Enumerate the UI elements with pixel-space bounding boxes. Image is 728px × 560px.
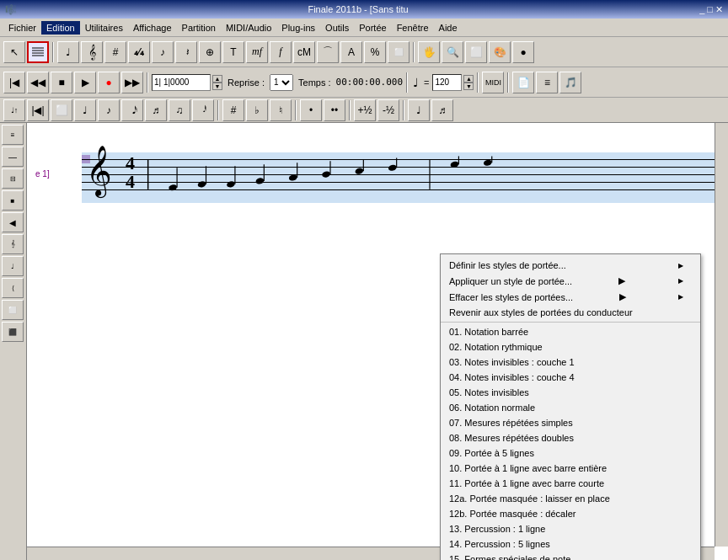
tool-extra1[interactable]: ⬜ [465, 41, 487, 63]
measure-input[interactable] [152, 74, 211, 91]
note-64th[interactable]: ♫ [169, 99, 190, 121]
ctx-item-01[interactable]: 01. Notation barrée [441, 324, 700, 339]
note-16th[interactable]: 𝅘𝅥𝅯 [121, 99, 143, 121]
menu-outils[interactable]: Outils [320, 21, 354, 35]
dot-double[interactable]: •• [324, 99, 345, 121]
sidebar-tool-2[interactable]: — [2, 147, 24, 167]
menu-fichier[interactable]: Fichier [3, 21, 41, 35]
tool-hand[interactable]: 🖐 [418, 41, 440, 63]
ctx-appliquer-style[interactable]: Appliquer un style de portée... ▶ [441, 273, 700, 289]
sidebar-tool-10[interactable]: ⬛ [2, 322, 24, 342]
note-quarter[interactable]: ♩ [74, 99, 96, 121]
ctx-item-04[interactable]: 04. Notes invisibles : couche 4 [441, 370, 700, 385]
acc-natural[interactable]: ♮ [270, 99, 292, 121]
tool-chord2[interactable]: % [364, 41, 386, 63]
tool-text[interactable]: f [270, 41, 292, 63]
sidebar-tool-3[interactable]: ⊟ [2, 168, 24, 189]
tool-chord[interactable]: ⊕ [199, 41, 221, 63]
sidebar-tool-4[interactable]: ■ [2, 190, 24, 211]
view-btn3[interactable]: 🎵 [559, 72, 581, 93]
measure-down[interactable]: ▼ [212, 83, 222, 90]
ctx-item-03[interactable]: 03. Notes invisibles : couche 1 [441, 355, 700, 370]
tool-extra3[interactable]: ● [512, 41, 534, 63]
sidebar-tool-1[interactable]: ≡ [2, 125, 24, 145]
measure-up[interactable]: ▲ [212, 75, 222, 83]
ctx-item-15[interactable]: 15. Formes spéciales de note [441, 552, 700, 560]
menu-affichage[interactable]: Affichage [128, 21, 177, 35]
dot-single[interactable]: • [300, 99, 322, 121]
tool-time[interactable]: ₄⁄₄ [128, 41, 150, 63]
bpm-input[interactable] [432, 74, 462, 91]
ctx-item-08[interactable]: 08. Mesures répétées doubles [441, 430, 700, 445]
transport-forward[interactable]: ▶▶ [121, 72, 143, 93]
note-grace[interactable]: ♩↑ [3, 99, 25, 121]
note-eighth[interactable]: ♪ [98, 99, 120, 121]
tool-clef[interactable]: 𝄞 [81, 41, 103, 63]
menu-edition[interactable]: Edition [41, 21, 80, 35]
interval-down[interactable]: -½ [377, 99, 399, 121]
repeat-select[interactable]: 1 [270, 74, 293, 91]
menu-partition[interactable]: Partition [177, 21, 221, 35]
view-btn1[interactable]: 📄 [512, 72, 534, 93]
ctx-item-13[interactable]: 13. Percussion : 1 ligne [441, 521, 700, 536]
tool-note[interactable]: ♪ [152, 41, 174, 63]
transport-rewind-start[interactable]: |◀ [3, 72, 25, 93]
menu-midi-audio[interactable]: MIDI/Audio [221, 21, 276, 35]
menu-utilitaires[interactable]: Utilitaires [80, 21, 128, 35]
bpm-down[interactable]: ▼ [463, 83, 474, 90]
tool-tuplet[interactable]: A [340, 41, 362, 63]
ctx-item-07[interactable]: 07. Mesures répétées simples [441, 415, 700, 430]
note-128th[interactable]: 𝅘𝅥𝅱 [192, 99, 214, 121]
note-32nd[interactable]: ♬ [145, 99, 167, 121]
bpm-up[interactable]: ▲ [463, 75, 474, 83]
tool-lyric[interactable]: T [222, 41, 244, 63]
tool-key[interactable]: # [104, 41, 126, 63]
sidebar-tool-8[interactable]: ⟨ [2, 278, 24, 298]
vertical-scrollbar[interactable] [715, 123, 728, 547]
note-half[interactable]: ⬜ [51, 99, 72, 121]
transport-record[interactable]: ● [98, 72, 120, 93]
transport-rewind[interactable]: ◀◀ [27, 72, 49, 93]
tool-measure[interactable]: ♩ [57, 41, 79, 63]
menu-portee[interactable]: Portée [354, 21, 391, 35]
tool-articulation[interactable]: cM [293, 41, 315, 63]
ctx-effacer-styles[interactable]: Effacer les styles de portées... ▶ [441, 289, 700, 305]
ctx-item-06[interactable]: 06. Notation normale [441, 400, 700, 415]
acc-flat[interactable]: ♭ [246, 99, 268, 121]
tool-slur[interactable]: ⌒ [317, 41, 339, 63]
note-extra[interactable]: ♩ [408, 99, 430, 121]
sidebar-tool-7[interactable]: ♩ [2, 256, 24, 276]
menu-plugins[interactable]: Plug-ins [276, 21, 320, 35]
transport-play[interactable]: ▶ [74, 72, 96, 93]
note-extra2[interactable]: ♬ [431, 99, 453, 121]
interval-up[interactable]: +½ [354, 99, 376, 121]
tool-dynamic[interactable]: mf [246, 41, 268, 63]
menu-aide[interactable]: Aide [434, 21, 463, 35]
ctx-definir-styles[interactable]: Définir les styles de portée... [441, 258, 700, 273]
ctx-item-12a[interactable]: 12a. Portée masquée : laisser en place [441, 491, 700, 506]
tool-rehearsal[interactable]: ⬜ [388, 41, 410, 63]
tool-staff[interactable] [27, 41, 49, 63]
note-whole[interactable]: |◀| [27, 99, 49, 121]
tool-arrow[interactable]: ↖ [3, 41, 25, 63]
tool-rest[interactable]: 𝄽 [175, 41, 197, 63]
tool-zoom[interactable]: 🔍 [442, 41, 463, 63]
ctx-item-09[interactable]: 09. Portée à 5 lignes [441, 445, 700, 461]
ctx-item-10[interactable]: 10. Portée à 1 ligne avec barre entière [441, 461, 700, 476]
view-btn2[interactable]: ≡ [536, 72, 558, 93]
menu-fenetre[interactable]: Fenêtre [392, 21, 434, 35]
ctx-revenir-styles[interactable]: Revenir aux styles de portées du conduct… [441, 305, 700, 320]
tool-extra2[interactable]: 🎨 [489, 41, 511, 63]
midi-btn[interactable]: MIDI [482, 72, 504, 93]
acc-sharp[interactable]: # [222, 99, 244, 121]
ctx-item-11[interactable]: 11. Portée à 1 ligne avec barre courte [441, 476, 700, 491]
ctx-item-12b[interactable]: 12b. Portée masquée : décaler [441, 506, 700, 521]
ctx-item-02[interactable]: 02. Notation rythmique [441, 339, 700, 355]
ctx-item-05[interactable]: 05. Notes invisibles [441, 385, 700, 400]
svg-point-19 [388, 164, 397, 172]
sidebar-tool-5[interactable]: ◀ [2, 212, 24, 232]
sidebar-tool-6[interactable]: 𝄞 [2, 234, 24, 254]
ctx-item-14[interactable]: 14. Percussion : 5 lignes [441, 536, 700, 552]
transport-stop[interactable]: ■ [51, 72, 72, 93]
sidebar-tool-9[interactable]: ⬜ [2, 300, 24, 320]
